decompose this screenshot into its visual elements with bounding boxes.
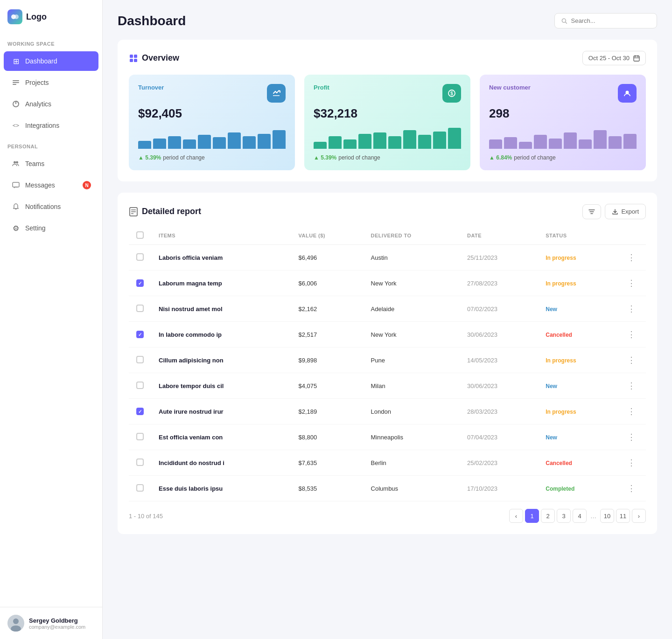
sidebar-item-projects[interactable]: Projects [4, 73, 98, 92]
bar [549, 139, 562, 149]
row-status: In progress [546, 255, 576, 261]
table-row: Cillum adipisicing non $9,898 Pune 14/05… [129, 347, 646, 373]
row-actions-cell: ⋮ [617, 347, 646, 373]
table-row: Aute irure nostrud irur $2,189 London 28… [129, 399, 646, 424]
sidebar-item-analytics[interactable]: Analytics [4, 94, 98, 114]
table-row: Nisi nostrud amet mol $2,162 Adelaide 07… [129, 296, 646, 322]
sidebar: Logo Working space ⊞ Dashboard Projects … [0, 0, 103, 639]
page-2-button[interactable]: 2 [541, 509, 555, 523]
row-actions-cell: ⋮ [617, 399, 646, 424]
row-more-button[interactable]: ⋮ [624, 405, 638, 417]
row-date: 07/02/2023 [467, 306, 497, 313]
next-page-button[interactable]: › [632, 509, 646, 523]
svg-point-8 [16, 161, 18, 164]
svg-rect-9 [13, 182, 19, 187]
sidebar-item-integrations[interactable]: <> Integrations [4, 116, 98, 135]
table-row: Labore tempor duis cil $4,075 Milan 30/0… [129, 373, 646, 399]
row-checkbox[interactable] [136, 484, 144, 492]
export-button[interactable]: Export [605, 204, 646, 219]
row-name-cell: Nisi nostrud amet mol [151, 296, 291, 322]
row-checkbox[interactable] [136, 331, 144, 338]
user-avatar [7, 615, 24, 632]
row-more-button[interactable]: ⋮ [624, 303, 638, 315]
page-10-button[interactable]: 10 [600, 509, 614, 523]
page-11-button[interactable]: 11 [616, 509, 630, 523]
analytics-icon [11, 99, 21, 109]
row-status: In progress [546, 357, 576, 364]
row-date: 25/02/2023 [467, 459, 497, 466]
row-status-cell: New [538, 373, 617, 399]
row-status-cell: In progress [538, 399, 617, 424]
sidebar-item-teams[interactable]: Teams [4, 154, 98, 174]
row-checkbox-cell [129, 271, 151, 296]
row-delivered-cell: Berlin [364, 450, 460, 476]
search-bar [554, 13, 657, 28]
row-checkbox[interactable] [136, 408, 144, 415]
logo-icon [7, 9, 22, 24]
row-more-button[interactable]: ⋮ [624, 482, 638, 494]
sidebar-item-label: Dashboard [25, 57, 91, 65]
page-3-button[interactable]: 3 [557, 509, 571, 523]
sidebar-logo: Logo [0, 0, 102, 34]
pagination-controls: ‹ 1 2 3 4 … 10 11 › [509, 509, 646, 523]
profit-icon: $ [442, 84, 461, 103]
notifications-icon [11, 202, 21, 211]
row-status: In progress [546, 280, 576, 287]
sidebar-item-dashboard[interactable]: ⊞ Dashboard [4, 51, 98, 71]
row-more-button[interactable]: ⋮ [624, 457, 638, 469]
row-delivered-cell: Austin [364, 245, 460, 271]
bar [388, 136, 401, 149]
row-more-button[interactable]: ⋮ [624, 431, 638, 443]
report-actions: Export [582, 204, 646, 219]
date-picker[interactable]: Oct 25 - Oct 30 [582, 51, 646, 65]
row-date-cell: 28/03/2023 [460, 399, 538, 424]
row-status: New [546, 434, 557, 441]
row-actions-cell: ⋮ [617, 296, 646, 322]
page-4-button[interactable]: 4 [573, 509, 587, 523]
page-1-button[interactable]: 1 [525, 509, 539, 523]
search-input[interactable] [571, 17, 650, 24]
row-actions-cell: ⋮ [617, 424, 646, 450]
row-more-button[interactable]: ⋮ [624, 380, 638, 392]
user-name: Sergey Goldberg [29, 617, 85, 624]
row-name: Laborum magna temp [159, 280, 222, 287]
row-checkbox-cell [129, 424, 151, 450]
sidebar-item-label: Messages [25, 181, 78, 189]
row-date-cell: 25/11/2023 [460, 245, 538, 271]
row-checkbox[interactable] [136, 279, 144, 287]
row-more-button[interactable]: ⋮ [624, 328, 638, 340]
bar [183, 139, 196, 149]
sidebar-item-setting[interactable]: ⚙ Setting [4, 218, 98, 238]
row-more-button[interactable]: ⋮ [624, 354, 638, 366]
row-checkbox-cell [129, 476, 151, 501]
sidebar-item-messages[interactable]: Messages N [4, 175, 98, 195]
row-more-button[interactable]: ⋮ [624, 277, 638, 289]
turnover-label: Turnover [138, 84, 164, 91]
row-value-cell: $6,496 [291, 245, 364, 271]
row-checkbox[interactable] [136, 382, 144, 389]
row-checkbox[interactable] [136, 356, 144, 363]
svg-rect-16 [134, 55, 137, 58]
overview-header: Overview Oct 25 - Oct 30 [129, 51, 646, 65]
sidebar-item-label: Analytics [25, 100, 91, 108]
row-date-cell: 07/04/2023 [460, 424, 538, 450]
row-more-button[interactable]: ⋮ [624, 251, 638, 264]
filter-button[interactable] [582, 204, 601, 219]
row-value-cell: $7,635 [291, 450, 364, 476]
bar [138, 141, 151, 149]
row-checkbox-cell [129, 399, 151, 424]
select-all-checkbox[interactable] [136, 231, 144, 239]
filter-icon [588, 208, 595, 215]
card-header: Profit $ [314, 84, 461, 103]
row-checkbox[interactable] [136, 458, 144, 466]
sidebar-item-notifications[interactable]: Notifications [4, 197, 98, 216]
row-checkbox[interactable] [136, 305, 144, 312]
setting-icon: ⚙ [11, 223, 21, 233]
row-checkbox[interactable] [136, 433, 144, 440]
row-status-cell: Completed [538, 476, 617, 501]
row-delivered-cell: Pune [364, 347, 460, 373]
row-checkbox[interactable] [136, 253, 144, 261]
prev-page-button[interactable]: ‹ [509, 509, 523, 523]
bar [433, 132, 446, 149]
table-row: Laborum magna temp $6,006 New York 27/08… [129, 271, 646, 296]
